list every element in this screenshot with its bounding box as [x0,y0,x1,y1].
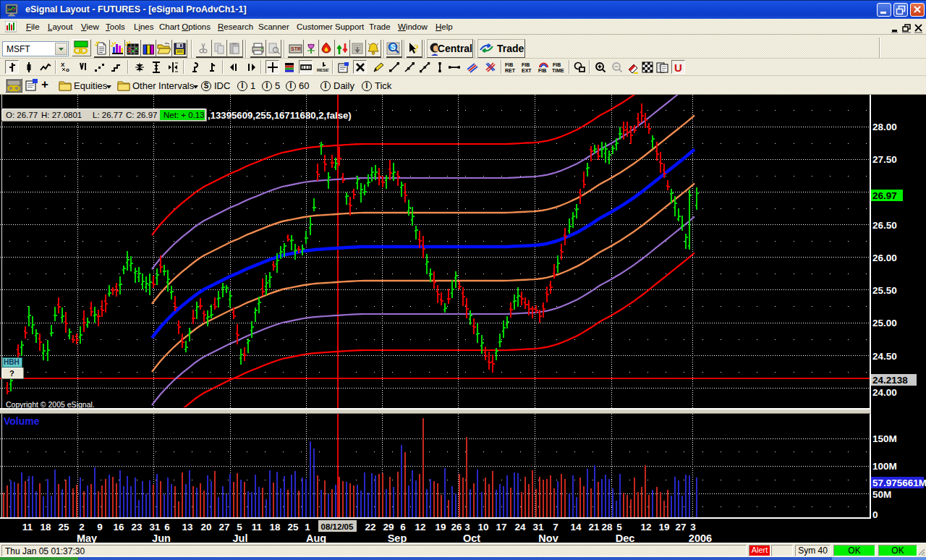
svg-text:22: 22 [365,522,375,533]
svg-text:?: ? [9,369,14,378]
svg-text:7: 7 [553,522,558,533]
svg-text:27.50: 27.50 [872,154,897,165]
svg-text:C: 26.97: C: 26.97 [126,111,157,119]
svg-text:27: 27 [218,522,229,533]
svg-text:X: X [61,61,65,68]
svg-text:9: 9 [97,522,103,533]
svg-text:HBH: HBH [4,358,20,366]
svg-text:29: 29 [383,522,394,533]
svg-text:26.97: 26.97 [872,190,897,201]
svg-text:H: 27.0801: H: 27.0801 [41,111,82,119]
svg-text:50M: 50M [872,489,891,500]
svg-text:RESET: RESET [317,68,329,72]
svg-text:3: 3 [690,522,696,533]
svg-text:FIB: FIB [522,62,530,67]
svg-text:6: 6 [400,522,406,533]
svg-text:o: o [66,67,69,73]
svg-text:26.50: 26.50 [872,220,897,231]
svg-text:27: 27 [675,522,686,533]
svg-text:5: 5 [616,522,622,533]
svg-text:26.00: 26.00 [872,253,897,263]
svg-text:11: 11 [22,522,33,533]
svg-text:FIB: FIB [553,62,561,67]
svg-text:Copyright © 2005 eSignal.: Copyright © 2005 eSignal. [6,400,95,409]
svg-text:150M: 150M [872,433,897,444]
svg-text:17: 17 [496,522,506,533]
svg-text:24.00: 24.00 [872,387,897,398]
svg-text:100M: 100M [872,461,897,472]
svg-text:16: 16 [113,522,124,533]
svg-text:18: 18 [40,522,51,533]
svg-text:18: 18 [269,522,281,533]
svg-text:28: 28 [601,522,613,533]
svg-text:24.2138: 24.2138 [872,375,908,386]
svg-text:13: 13 [182,522,193,533]
svg-text:U: U [674,61,682,74]
svg-text:?: ? [414,43,419,54]
svg-text:20: 20 [200,522,211,533]
svg-text:12: 12 [415,522,425,533]
svg-text:STR: STR [291,46,301,51]
svg-text:2: 2 [79,522,85,533]
svg-text:19: 19 [435,522,446,533]
svg-text:24.50: 24.50 [872,351,897,362]
svg-text:24: 24 [514,522,526,533]
svg-text:11: 11 [252,522,263,533]
svg-text:L: 26.77: L: 26.77 [93,111,123,119]
svg-text:EXT: EXT [522,68,532,73]
svg-text:25.50: 25.50 [872,285,897,296]
svg-text:28.00: 28.00 [872,122,897,132]
svg-text:RET: RET [505,68,516,73]
svg-text:FIB: FIB [505,62,513,67]
svg-text:25: 25 [58,522,69,533]
svg-text:31: 31 [149,522,161,533]
svg-text:19: 19 [658,522,669,533]
svg-text:31: 31 [532,522,544,533]
svg-text:,13395609,255,16711680,2,false: ,13395609,255,16711680,2,false) [208,110,352,121]
svg-text:FIB: FIB [538,68,546,73]
svg-text:1: 1 [305,522,310,533]
svg-text:5: 5 [237,522,242,533]
svg-text:57.975661M: 57.975661M [872,478,926,488]
svg-text:S: S [391,43,396,51]
svg-text:Volume: Volume [4,415,40,427]
svg-text:Net: + 0.13: Net: + 0.13 [163,111,205,119]
svg-text:6: 6 [164,522,170,533]
svg-text:0: 0 [872,509,878,520]
svg-text:21: 21 [588,522,600,533]
svg-text:12: 12 [640,522,651,533]
svg-text:08/12/05: 08/12/05 [321,522,354,531]
svg-text:O: 26.77: O: 26.77 [6,111,38,119]
svg-text:3: 3 [464,522,470,533]
svg-text:25: 25 [287,522,299,533]
svg-text:26: 26 [451,522,462,533]
svg-text:TIME: TIME [552,68,564,73]
svg-text:14: 14 [570,522,582,533]
svg-text:23: 23 [131,522,143,533]
svg-text:25.00: 25.00 [872,318,897,328]
svg-text:10: 10 [477,522,488,533]
